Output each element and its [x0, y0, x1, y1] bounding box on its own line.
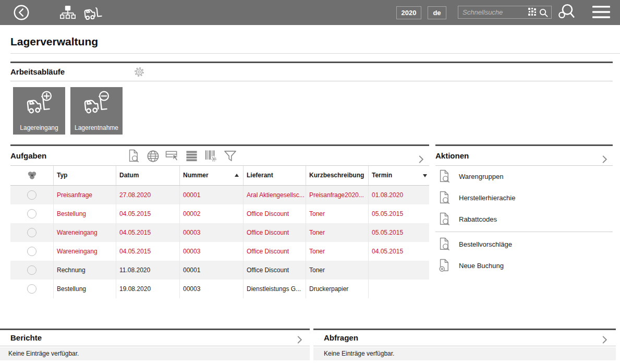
actions-group-divider — [435, 232, 613, 232]
table-cell: 05.05.2015 — [368, 223, 429, 242]
table-cell: 05.05.2015 — [368, 204, 429, 223]
sitemap-button[interactable] — [58, 5, 77, 20]
table-cell: Office Discount — [243, 242, 306, 261]
table-cell: 11.08.2020 — [116, 261, 179, 280]
queries-expand-chevron[interactable] — [602, 334, 607, 349]
column-header-typ[interactable]: Typ — [53, 166, 116, 185]
back-button[interactable] — [13, 4, 30, 21]
row-select-radio[interactable] — [27, 284, 37, 294]
action-item-neue-buchung[interactable]: Neue Buchung — [435, 255, 613, 276]
list-view-button[interactable] — [184, 149, 199, 164]
tile-lagereingang[interactable]: Lagereingang — [13, 87, 65, 135]
search-icon[interactable] — [539, 8, 548, 19]
table-cell: Rechnung — [53, 261, 116, 280]
action-item-bestellvorschläge[interactable]: Bestellvorschläge — [435, 234, 613, 255]
reports-expand-chevron[interactable] — [297, 334, 302, 349]
sort-asc-icon — [235, 174, 239, 177]
document-preview-icon — [439, 212, 451, 226]
column-header-select[interactable] — [10, 166, 53, 185]
reports-title: Berichte — [10, 333, 42, 342]
row-select-cell — [10, 242, 53, 261]
row-select-radio[interactable] — [27, 190, 37, 200]
table-row[interactable]: Wareneingang04.05.201500003Office Discou… — [10, 242, 429, 261]
row-select-cell — [10, 261, 53, 280]
row-select-radio[interactable] — [27, 209, 37, 219]
barcode-settings-button[interactable] — [203, 149, 218, 164]
column-label: Kurzbeschreibung — [309, 172, 364, 179]
year-selector[interactable]: 2020 — [396, 6, 421, 19]
document-add-icon — [439, 259, 451, 273]
search-input[interactable] — [458, 6, 551, 18]
table-cell: Toner — [306, 223, 368, 242]
action-item-rabattcodes[interactable]: Rabattcodes — [435, 209, 613, 230]
barcode-settings-icon — [204, 150, 217, 163]
table-row[interactable]: Preisanfrage27.08.202000001Aral Aktienge… — [10, 186, 429, 204]
actions-title: Aktionen — [435, 151, 469, 160]
table-cell: Bestellung — [53, 204, 116, 223]
table-row[interactable]: Rechnung11.08.202000001Office DiscountTo… — [10, 261, 429, 280]
column-label: Lieferant — [247, 172, 273, 179]
document-preview-icon — [439, 237, 451, 251]
column-header-termin[interactable]: Termin — [368, 166, 429, 185]
topbar: 2020 de — [0, 0, 620, 25]
column-header-nummer[interactable]: Nummer — [179, 166, 243, 185]
forklift-icon — [81, 4, 103, 21]
forklift-button[interactable] — [81, 4, 103, 21]
queries-empty-text: Keine Einträge verfügbar. — [313, 347, 616, 360]
table-row[interactable]: Wareneingang04.05.201500003Office Discou… — [10, 223, 429, 242]
table-cell: Preisanfrage — [53, 186, 116, 204]
row-select-cell — [10, 204, 53, 223]
document-preview-button[interactable] — [126, 149, 141, 164]
document-preview-icon — [439, 169, 451, 184]
tile-lagerentnahme[interactable]: Lagerentnahme — [70, 87, 123, 135]
row-select-radio[interactable] — [27, 265, 37, 275]
title-divider — [10, 53, 620, 54]
table-cell: 00001 — [179, 261, 243, 280]
quick-search-box — [458, 6, 552, 19]
queries-title: Abfragen — [324, 333, 358, 342]
advanced-search-button[interactable] — [557, 3, 577, 22]
workflows-section: Arbeitsabläufe — [10, 62, 613, 81]
row-select-radio[interactable] — [27, 228, 37, 237]
table-cell: 00003 — [179, 242, 243, 261]
back-icon — [13, 4, 30, 21]
table-cell: 00002 — [179, 204, 243, 223]
table-cell: Wareneingang — [53, 242, 116, 261]
action-item-label: Rabattcodes — [459, 215, 497, 223]
barcode-scan-icon[interactable] — [528, 8, 537, 18]
table-cell: Toner — [306, 261, 368, 280]
tasks-title: Aufgaben — [10, 151, 46, 160]
column-header-lieferant[interactable]: Lieferant — [243, 166, 306, 185]
forklift-plus-icon — [24, 90, 54, 119]
forklift-minus-icon — [81, 90, 112, 119]
tile-label: Lagerentnahme — [70, 124, 123, 131]
table-cell: Toner — [306, 242, 368, 261]
action-item-label: Bestellvorschläge — [459, 240, 512, 248]
filter-button[interactable] — [223, 149, 238, 164]
actions-expand-chevron[interactable] — [602, 151, 607, 171]
actions-list: WarengruppenHerstellerhierachieRabattcod… — [435, 166, 613, 276]
chevron-right-icon — [602, 155, 607, 164]
menu-button[interactable] — [592, 6, 610, 19]
table-cell: 19.08.2020 — [116, 280, 179, 298]
document-preview-icon — [439, 191, 451, 205]
settings-gear-icon[interactable] — [133, 66, 145, 84]
table-select-button[interactable] — [165, 149, 180, 164]
language-selector[interactable]: de — [428, 6, 446, 19]
globe-button[interactable] — [145, 149, 161, 164]
row-select-radio[interactable] — [27, 247, 37, 256]
column-header-kurzbeschreibung[interactable]: Kurzbeschreibung — [306, 166, 368, 185]
table-cell: 01.08.2020 — [368, 186, 429, 204]
row-select-cell — [10, 280, 53, 298]
table-row[interactable]: Bestellung04.05.201500002Office Discount… — [10, 204, 429, 223]
chevron-right-icon — [602, 335, 607, 344]
list-view-icon — [186, 150, 198, 162]
action-item-label: Warengruppen — [459, 173, 504, 180]
table-row[interactable]: Bestellung19.08.202000003Dienstleistungs… — [10, 280, 429, 298]
table-cell: 04.05.2015 — [116, 242, 179, 261]
column-menu-icon[interactable] — [423, 174, 427, 177]
action-item-warengruppen[interactable]: Warengruppen — [435, 166, 613, 187]
action-item-herstellerhierachie[interactable]: Herstellerhierachie — [435, 187, 613, 209]
hamburger-icon — [592, 6, 610, 19]
column-header-datum[interactable]: Datum — [116, 166, 179, 185]
